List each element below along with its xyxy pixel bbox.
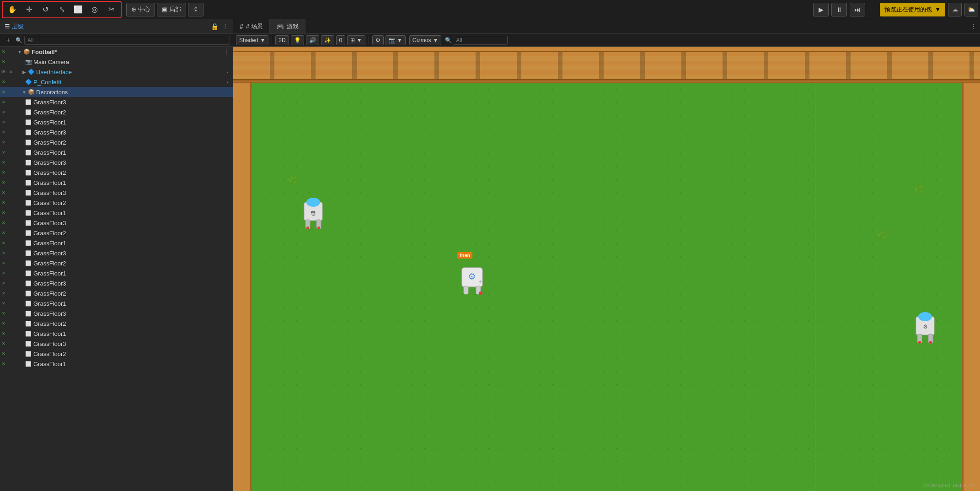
gizmos-dropdown[interactable]: Gizmos ▼ bbox=[409, 35, 442, 45]
lighting-toggle[interactable]: 💡 bbox=[291, 35, 304, 45]
pause-button[interactable]: ⏸ bbox=[831, 3, 847, 16]
settings-toggle[interactable]: ⚙ bbox=[372, 35, 384, 45]
hierarchy-item-grassfloor1-4[interactable]: ✕ ⬜ GrassFloor1 bbox=[0, 208, 233, 218]
wall-left bbox=[233, 83, 252, 491]
step-button[interactable]: ⏭ bbox=[850, 3, 865, 16]
world-tool[interactable]: ◎ bbox=[87, 3, 102, 16]
item-label: GrassFloor3 bbox=[32, 310, 231, 317]
rect-tool[interactable]: ⬜ bbox=[70, 3, 86, 16]
add-gameobject-button[interactable]: + bbox=[3, 35, 14, 45]
center-button[interactable]: ⊕ 中心 bbox=[126, 3, 155, 16]
lock-col bbox=[7, 178, 15, 188]
hierarchy-item-grassfloor3-6[interactable]: ✕ ⬜ GrassFloor3 bbox=[0, 248, 233, 258]
lock-col bbox=[7, 268, 15, 278]
obj-icon: ⬜ bbox=[25, 258, 32, 268]
hierarchy-item-grassfloor2-6[interactable]: ✕ ⬜ GrassFloor2 bbox=[0, 258, 233, 268]
lock-col bbox=[7, 117, 15, 127]
hierarchy-item-decorations[interactable]: ✕ ▼ 📦 Decorations bbox=[0, 87, 233, 97]
hand-tool[interactable]: ✋ bbox=[5, 3, 20, 16]
hierarchy-item-grassfloor1-2[interactable]: ✕ ⬜ GrassFloor1 bbox=[0, 147, 233, 157]
hierarchy-item-grassfloor1-5[interactable]: ✕ ⬜ GrassFloor1 bbox=[0, 238, 233, 248]
vis-icon: ✕ bbox=[0, 157, 7, 167]
hierarchy-item-football[interactable]: ✕ ▼ 📦 Football* ⋮ bbox=[0, 47, 233, 57]
expand-arrow[interactable]: ▼ bbox=[21, 87, 27, 97]
scene-option-3[interactable]: 0 bbox=[336, 35, 346, 45]
transform-tool[interactable]: ✂ bbox=[103, 3, 119, 16]
hierarchy-item-grassfloor3-1[interactable]: ✕ ⬜ GrassFloor3 bbox=[0, 97, 233, 107]
item-label: GrassFloor3 bbox=[32, 340, 231, 347]
extra-button[interactable]: ⁑ bbox=[188, 3, 203, 16]
scene-overlay[interactable]: ⊞ ▼ bbox=[347, 35, 365, 45]
item-more[interactable]: ⋮ bbox=[222, 47, 231, 57]
center-label: 中心 bbox=[138, 5, 150, 14]
item-label: P_Confetti bbox=[32, 79, 224, 86]
scene-tab[interactable]: # # 场景 bbox=[233, 19, 270, 33]
play-button[interactable]: ▶ bbox=[813, 3, 829, 16]
item-label: GrassFloor1 bbox=[32, 179, 231, 186]
shading-arrow: ▼ bbox=[260, 37, 265, 43]
hierarchy-item-grassfloor3-2[interactable]: ✕ ⬜ GrassFloor3 bbox=[0, 127, 233, 137]
hierarchy-item-grassfloor2-8[interactable]: ✕ ⬜ GrassFloor2 bbox=[0, 318, 233, 329]
scale-tool[interactable]: ⤡ bbox=[54, 3, 70, 16]
vis-icon: ✕ bbox=[0, 188, 7, 198]
scene-view: Shaded ▼ 2D 💡 🔊 ✨ 0 ⊞ ▼ ⚙ 📷 ▼ Gizmos ▼ 🔍 bbox=[233, 34, 980, 491]
hierarchy-item-grassfloor2-1[interactable]: ✕ ⬜ GrassFloor2 bbox=[0, 107, 233, 117]
hierarchy-item-grassfloor3-4[interactable]: ✕ ⬜ GrassFloor3 bbox=[0, 188, 233, 198]
hierarchy-item-grassfloor2-5[interactable]: ✕ ⬜ GrassFloor2 bbox=[0, 228, 233, 238]
more-options-icon[interactable]: ⋮ bbox=[222, 23, 228, 30]
expand-arrow[interactable]: ▶ bbox=[21, 67, 27, 77]
obj-icon: 📷 bbox=[25, 57, 32, 67]
game-tab[interactable]: 🎮 游戏 bbox=[270, 19, 305, 33]
rotate-tool[interactable]: ↺ bbox=[37, 3, 53, 16]
hierarchy-item-p-confetti[interactable]: ✕ 🔷 P_Confetti › bbox=[0, 77, 233, 87]
item-chevron[interactable]: › bbox=[224, 67, 231, 77]
item-label: GrassFloor3 bbox=[32, 280, 231, 287]
hierarchy-search-bar: + 🔍 bbox=[0, 34, 233, 47]
collab-icon[interactable]: ☁ bbox=[948, 3, 962, 16]
obj-icon: ⬜ bbox=[25, 178, 32, 188]
second-row: ☰ 层级 🔒 ⋮ # # 场景 🎮 游戏 ⋮ bbox=[0, 19, 980, 34]
2d-toggle[interactable]: 2D bbox=[275, 35, 289, 45]
hierarchy-item-grassfloor2-2[interactable]: ✕ ⬜ GrassFloor2 bbox=[0, 137, 233, 147]
hierarchy-item-grassfloor2-9[interactable]: ✕ ⬜ GrassFloor2 bbox=[0, 349, 233, 359]
item-label: GrassFloor3 bbox=[32, 129, 231, 136]
item-chevron[interactable]: › bbox=[224, 77, 231, 87]
hierarchy-item-grassfloor3-8[interactable]: ✕ ⬜ GrassFloor3 bbox=[0, 308, 233, 318]
preview-dropdown[interactable]: 预览正在使用的包 ▼ bbox=[880, 3, 945, 16]
hierarchy-item-userinterface[interactable]: 👁 ✕ ▶ 🔷 UserInterface › bbox=[0, 67, 233, 77]
obj-icon: 📦 bbox=[27, 87, 35, 97]
cloud-icon[interactable]: ⛅ bbox=[964, 3, 978, 16]
hierarchy-item-grassfloor1-7[interactable]: ✕ ⬜ GrassFloor1 bbox=[0, 298, 233, 308]
hierarchy-item-grassfloor2-3[interactable]: ✕ ⬜ GrassFloor2 bbox=[0, 167, 233, 178]
svg-text:⚙: ⚙ bbox=[311, 211, 316, 217]
obj-icon: ⬜ bbox=[25, 127, 32, 137]
hierarchy-item-grassfloor1-1[interactable]: ✕ ⬜ GrassFloor1 bbox=[0, 117, 233, 127]
hierarchy-item-grassfloor3-9[interactable]: ✕ ⬜ GrassFloor3 bbox=[0, 339, 233, 349]
effects-toggle[interactable]: ✨ bbox=[321, 35, 334, 45]
scene-search-input[interactable] bbox=[453, 36, 508, 45]
hierarchy-search-input[interactable] bbox=[24, 36, 230, 45]
hierarchy-item-grassfloor2-7[interactable]: ✕ ⬜ GrassFloor2 bbox=[0, 288, 233, 298]
hierarchy-item-grassfloor1-6[interactable]: ✕ ⬜ GrassFloor1 bbox=[0, 268, 233, 278]
lock-col bbox=[7, 248, 15, 258]
obj-icon: ⬜ bbox=[25, 268, 32, 278]
hierarchy-item-grassfloor3-7[interactable]: ✕ ⬜ GrassFloor3 bbox=[0, 278, 233, 288]
item-label: UserInterface bbox=[35, 69, 224, 76]
local-button[interactable]: ▣ 局部 bbox=[157, 3, 186, 16]
hierarchy-item-main-camera[interactable]: ✕ 📷 Main Camera bbox=[0, 57, 233, 67]
camera-selector[interactable]: 📷 ▼ bbox=[386, 35, 406, 45]
hierarchy-item-grassfloor3-3[interactable]: ✕ ⬜ GrassFloor3 bbox=[0, 157, 233, 167]
hierarchy-item-grassfloor1-8[interactable]: ✕ ⬜ GrassFloor1 bbox=[0, 329, 233, 339]
expand-arrow[interactable]: ▼ bbox=[16, 47, 23, 57]
hierarchy-item-grassfloor1-3[interactable]: ✕ ⬜ GrassFloor1 bbox=[0, 178, 233, 188]
move-tool[interactable]: ✛ bbox=[21, 3, 37, 16]
audio-toggle[interactable]: 🔊 bbox=[306, 35, 319, 45]
hierarchy-item-grassfloor2-4[interactable]: ✕ ⬜ GrassFloor2 bbox=[0, 198, 233, 208]
hierarchy-item-grassfloor3-5[interactable]: ✕ ⬜ GrassFloor3 bbox=[0, 218, 233, 228]
hierarchy-item-grassfloor1-9[interactable]: ✕ ⬜ GrassFloor1 bbox=[0, 359, 233, 369]
svg-point-5 bbox=[306, 227, 309, 229]
shading-dropdown[interactable]: Shaded ▼ bbox=[236, 35, 268, 45]
scene-tabs-more[interactable]: ⋮ bbox=[967, 23, 980, 30]
lock-col bbox=[7, 157, 15, 167]
hierarchy-tab[interactable]: ☰ 层级 🔒 ⋮ bbox=[0, 19, 233, 33]
